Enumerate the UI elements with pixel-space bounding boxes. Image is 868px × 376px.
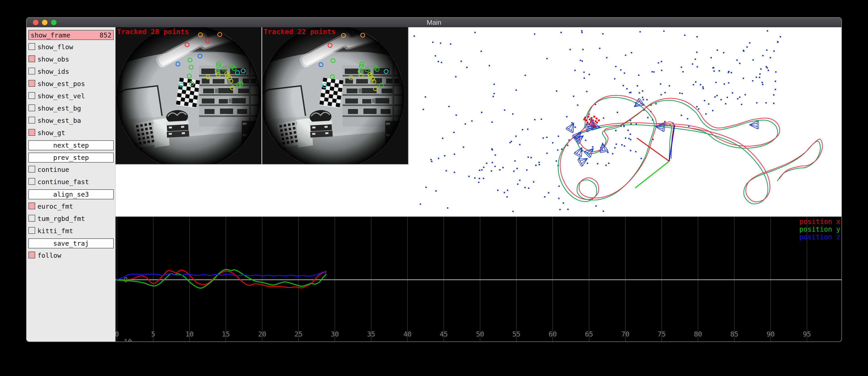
x-tick-label: 95 (803, 330, 811, 338)
x-tick-label: 0 (116, 330, 119, 338)
x-tick-label: 40 (403, 330, 411, 338)
fisheye-scene (262, 27, 405, 164)
close-button[interactable] (33, 20, 38, 25)
checkbox-label: show_est_ba (37, 117, 81, 124)
x-tick-label: 55 (512, 330, 521, 338)
sidebar-item-show_est_bg[interactable]: show_est_bg (28, 103, 114, 114)
position-plot[interactable]: 051015202530354045505560657075808590950-… (116, 217, 842, 342)
plot-canvas: 051015202530354045505560657075808590950-… (116, 217, 842, 342)
sidebar-item-tum_rgbd_fmt[interactable]: tum_rgbd_fmt (28, 214, 114, 224)
plot-legend: position xposition yposition z (799, 218, 840, 241)
checkbox-label: show_est_vel (37, 92, 85, 100)
save_traj-button[interactable]: save_traj (28, 239, 114, 248)
checkbox-label: show_est_bg (37, 104, 81, 112)
sidebar-item-euroc_fmt[interactable]: euroc_fmt (28, 201, 114, 212)
sidebar-item-show_gt[interactable]: show_gt (28, 128, 114, 138)
checkbox-label: continue (37, 166, 69, 174)
checkbox-label: tum_rgbd_fmt (37, 215, 85, 222)
checkbox-label: show_est_pos (37, 80, 85, 88)
x-tick-label: 75 (658, 330, 666, 338)
sidebar-item-show_obs[interactable]: show_obs (28, 55, 114, 64)
body-frame-axes (635, 125, 675, 188)
x-tick-label: 60 (549, 330, 557, 338)
x-tick-label: 80 (694, 330, 702, 338)
camera-feed-left: Tracked 28 points (116, 27, 262, 165)
checkbox-continue_fast[interactable] (28, 178, 35, 185)
sidebar-item-follow[interactable]: follow (28, 251, 114, 261)
trajectory-estimate (560, 95, 823, 202)
camera-image: Tracked 28 points (116, 27, 261, 164)
x-tick-label: 65 (585, 330, 593, 338)
checkbox-tum_rgbd_fmt[interactable] (28, 215, 35, 222)
sidebar-item-show_flow[interactable]: show_flow (28, 42, 114, 52)
x-tick-label: 20 (258, 330, 266, 338)
x-tick-label: 30 (331, 330, 339, 338)
y-tick-label: -10 (120, 338, 132, 342)
checkbox-euroc_fmt[interactable] (28, 202, 35, 209)
checkbox-show_ids[interactable] (28, 68, 35, 74)
slider-show_frame[interactable]: show_frame852 (28, 30, 114, 40)
checkbox-follow[interactable] (28, 252, 35, 258)
checkbox-kitti_fmt[interactable] (28, 227, 35, 234)
legend-entry: position y (799, 225, 840, 233)
checkbox-show_est_vel[interactable] (28, 92, 35, 99)
plot-series-0 (117, 270, 326, 288)
checkbox-show_flow[interactable] (28, 43, 35, 50)
x-tick-label: 85 (730, 330, 738, 338)
axis-x (637, 138, 669, 161)
x-tick-label: 5 (151, 330, 155, 338)
app-window: Main show_frame852show_flowshow_obsshow_… (26, 17, 842, 342)
sidebar-item-kitti_fmt[interactable]: kitti_fmt (28, 226, 114, 236)
camera-feed-right: Tracked 22 points (262, 27, 409, 165)
x-tick-label: 70 (621, 330, 629, 338)
checkbox-label: show_gt (37, 129, 65, 137)
checkbox-show_est_ba[interactable] (28, 117, 35, 124)
legend-entry: position z (799, 233, 840, 241)
x-tick-label: 45 (440, 330, 448, 338)
align_se3-button[interactable]: align_se3 (28, 189, 114, 199)
x-tick-label: 90 (767, 330, 775, 338)
checkbox-show_est_pos[interactable] (28, 80, 35, 87)
x-tick-label: 10 (185, 330, 194, 338)
tracked-points-label: Tracked 28 points (117, 28, 189, 36)
checkbox-show_gt[interactable] (28, 129, 35, 136)
slider-label: show_frame (31, 31, 70, 39)
sidebar-item-show_est_vel[interactable]: show_est_vel (28, 91, 114, 101)
fisheye-scene (116, 27, 261, 164)
legend-entry: position x (799, 218, 840, 225)
checkbox-label: euroc_fmt (37, 202, 73, 210)
main-area: Tracked 28 points Tracked 22 points 0510… (115, 27, 841, 342)
tracked-points-label: Tracked 22 points (264, 28, 336, 36)
slider-value: 852 (100, 31, 112, 39)
x-tick-label: 25 (294, 330, 303, 338)
checkbox-label: follow (37, 252, 61, 259)
sidebar-item-show_est_ba[interactable]: show_est_ba (28, 116, 114, 126)
checkbox-label: show_flow (37, 43, 73, 51)
sidebar-item-show_ids[interactable]: show_ids (28, 67, 114, 77)
checkbox-show_obs[interactable] (28, 55, 35, 62)
sidebar-item-show_est_pos[interactable]: show_est_pos (28, 79, 114, 89)
checkbox-show_est_bg[interactable] (28, 104, 35, 111)
landmark-pointcloud (413, 30, 781, 212)
x-tick-label: 50 (476, 330, 484, 338)
axis-tick-labels: 051015202530354045505560657075808590950-… (116, 276, 811, 342)
x-tick-label: 35 (367, 330, 375, 338)
checkbox-continue[interactable] (28, 166, 35, 173)
sidebar-item-continue[interactable]: continue (28, 165, 114, 175)
camera-image: Tracked 22 points (262, 27, 408, 164)
checkbox-label: show_ids (37, 68, 69, 75)
checkbox-label: continue_fast (37, 178, 89, 186)
prev_step-button[interactable]: prev_step (28, 153, 114, 163)
next_step-button[interactable]: next_step (28, 140, 114, 150)
desktop: Main show_frame852show_flowshow_obsshow_… (0, 0, 868, 376)
zoom-button[interactable] (51, 20, 57, 25)
checkbox-label: show_obs (37, 55, 69, 63)
checkbox-label: kitti_fmt (37, 227, 73, 235)
sidebar-item-continue_fast[interactable]: continue_fast (28, 177, 114, 187)
x-tick-label: 15 (222, 330, 230, 338)
titlebar[interactable]: Main (27, 18, 841, 28)
window-title: Main (27, 18, 841, 27)
minimize-button[interactable] (42, 20, 48, 25)
control-panel: show_frame852show_flowshow_obsshow_idssh… (27, 27, 115, 342)
axis-y (635, 161, 669, 188)
